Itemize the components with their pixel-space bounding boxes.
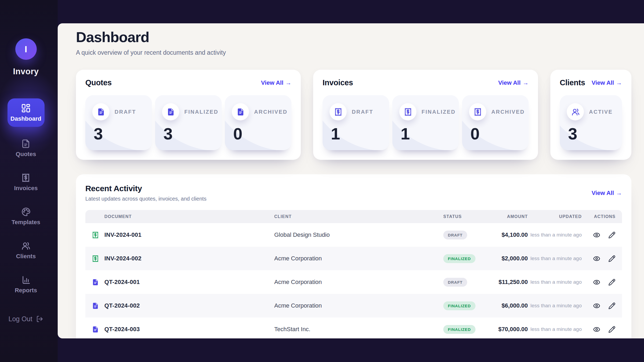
sidebar-item-templates[interactable]: Templates [12, 207, 40, 226]
quotes-view-all-link[interactable]: View All→ [261, 79, 291, 86]
sidebar-item-invoices[interactable]: Invoices [14, 173, 38, 192]
card-title: Clients [560, 78, 585, 87]
file-text-filled-icon [236, 108, 245, 116]
client-name: Acme Corporation [274, 302, 443, 309]
client-name: TechStart Inc. [274, 326, 443, 333]
edit-action-button[interactable] [608, 302, 616, 309]
view-action-button[interactable] [593, 279, 600, 286]
stat-icon-circle [232, 103, 249, 120]
stat-value: 1 [331, 125, 382, 142]
stat-tile-draft: DRAFT3 [85, 95, 152, 150]
edit-action-button[interactable] [608, 231, 616, 239]
status-badge: DRAFT [443, 231, 467, 239]
sidebar-item-dashboard[interactable]: Dashboard [8, 98, 45, 127]
stat-label: DRAFT [352, 109, 373, 115]
amount-value: $11,250.00 [486, 279, 528, 286]
file-text-filled-icon [92, 326, 104, 333]
stat-icon-circle [567, 103, 584, 120]
file-text-filled-icon [97, 108, 105, 116]
stat-value: 3 [568, 125, 615, 142]
sidebar-item-quotes[interactable]: Quotes [16, 139, 36, 158]
amount-value: $4,100.00 [486, 231, 528, 238]
stat-tile-archived: ARCHIVED0 [462, 95, 529, 150]
status-badge: FINALIZED [443, 301, 475, 310]
activity-table: DOCUMENTCLIENTSTATUSAMOUNTUPDATEDACTIONS… [85, 210, 622, 338]
file-text-icon [21, 139, 30, 148]
table-row: QT-2024-001Acme CorporationDRAFT$11,250.… [85, 270, 622, 294]
recent-activity-card: Recent Activity Latest updates across qu… [76, 174, 631, 338]
receipt-icon [334, 108, 342, 116]
sidebar-item-label: Dashboard [10, 115, 41, 122]
summary-card-clients: ClientsView All→ACTIVE3 [550, 70, 631, 160]
table-row: QT-2024-002Acme CorporationFINALIZED$6,0… [85, 294, 622, 317]
status-badge: FINALIZED [443, 254, 475, 263]
updated-timestamp: less than a minute ago [528, 279, 582, 285]
sidebar-item-label: Clients [16, 253, 36, 260]
view-action-button[interactable] [593, 255, 600, 262]
column-header-updated: UPDATED [528, 214, 582, 219]
main-content: Dashboard A quick overview of your recen… [58, 23, 644, 338]
logout-icon [36, 315, 43, 323]
stat-label: FINALIZED [422, 109, 456, 115]
activity-table-header: DOCUMENTCLIENTSTATUSAMOUNTUPDATEDACTIONS [85, 210, 622, 223]
card-title: Quotes [85, 78, 112, 87]
stat-value: 3 [94, 125, 145, 142]
brand-name: Invory [13, 67, 39, 76]
edit-action-button[interactable] [608, 326, 616, 333]
summary-card-invoices: InvoicesView All→DRAFT1FINALIZED1ARCHIVE… [313, 70, 538, 160]
column-header-client: CLIENT [274, 214, 443, 219]
summary-cards: QuotesView All→DRAFT3FINALIZED3ARCHIVED0… [76, 70, 631, 160]
receipt-icon [404, 108, 412, 116]
stat-icon-circle [330, 103, 347, 120]
receipt-icon [474, 108, 482, 116]
view-all-label: View All [498, 79, 521, 86]
status-badge: DRAFT [443, 278, 467, 287]
client-name: Acme Corporation [274, 255, 443, 262]
column-header-status: STATUS [443, 214, 486, 219]
stat-icon-circle [469, 103, 486, 120]
amount-value: $2,000.00 [486, 255, 528, 262]
view-action-button[interactable] [593, 231, 600, 239]
edit-action-button[interactable] [608, 255, 616, 262]
recent-activity-view-all-link[interactable]: View All→ [592, 190, 622, 197]
updated-timestamp: less than a minute ago [528, 255, 582, 262]
sidebar: I Invory DashboardQuotesInvoicesTemplate… [0, 0, 58, 362]
stat-tile-finalized: FINALIZED1 [392, 95, 459, 150]
view-action-button[interactable] [593, 326, 600, 333]
document-number: INV-2024-002 [104, 255, 274, 262]
receipt-icon [92, 231, 104, 239]
eye-icon [593, 279, 600, 286]
stat-label: FINALIZED [184, 109, 218, 115]
edit-action-button[interactable] [608, 279, 616, 286]
arrow-right-icon: → [616, 79, 622, 86]
stat-tile-finalized: FINALIZED3 [155, 95, 222, 150]
activity-table-body: INV-2024-001Global Design StudioDRAFT$4,… [85, 223, 622, 338]
arrow-right-icon: → [616, 190, 622, 197]
pencil-icon [608, 231, 616, 239]
file-text-filled-icon [92, 279, 104, 286]
receipt-icon [21, 173, 30, 182]
sidebar-item-label: Invoices [14, 185, 38, 192]
palette-icon [21, 207, 31, 216]
clients-view-all-link[interactable]: View All→ [592, 79, 622, 86]
column-header-actions: ACTIONS [582, 214, 616, 219]
sidebar-item-label: Templates [12, 219, 40, 226]
bar-chart-icon [21, 275, 31, 285]
column-header-document: DOCUMENT [104, 214, 274, 219]
users-icon [21, 241, 30, 250]
view-action-button[interactable] [593, 302, 600, 309]
eye-icon [593, 302, 600, 309]
sidebar-item-reports[interactable]: Reports [15, 275, 37, 294]
pencil-icon [608, 326, 616, 333]
recent-activity-title: Recent Activity [85, 184, 206, 193]
pencil-icon [608, 279, 616, 286]
updated-timestamp: less than a minute ago [528, 302, 582, 309]
stat-value: 0 [470, 125, 522, 142]
stat-tile-archived: ARCHIVED0 [225, 95, 291, 150]
sidebar-nav: DashboardQuotesInvoicesTemplatesClientsR… [8, 98, 45, 309]
page-title: Dashboard [76, 29, 631, 45]
invoices-view-all-link[interactable]: View All→ [498, 79, 529, 86]
brand-logo: I [15, 38, 37, 60]
logout-button[interactable]: Log Out [9, 315, 43, 323]
sidebar-item-clients[interactable]: Clients [16, 241, 36, 260]
